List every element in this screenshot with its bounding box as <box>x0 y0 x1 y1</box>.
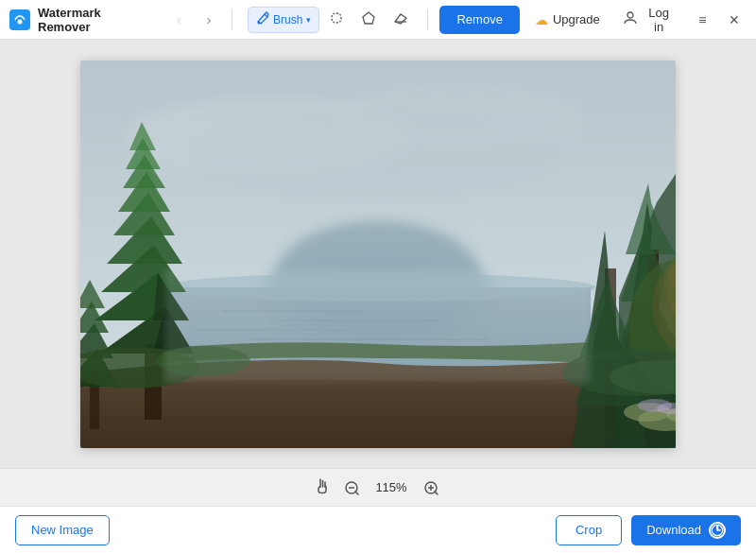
download-label: Download <box>646 523 701 537</box>
svg-point-2 <box>258 22 261 25</box>
image-container[interactable] <box>80 60 676 448</box>
bottom-right-actions: Crop Download <box>556 515 741 545</box>
polygon-icon <box>361 10 376 28</box>
bottom-bar: New Image Crop Download <box>0 506 756 553</box>
hand-tool-icon[interactable] <box>314 477 331 498</box>
svg-rect-54 <box>165 268 591 382</box>
brush-dropdown-icon: ▾ <box>306 15 311 25</box>
new-image-button[interactable]: New Image <box>15 515 110 545</box>
forward-button[interactable]: › <box>198 9 220 31</box>
crop-button[interactable]: Crop <box>556 515 622 545</box>
login-label: Log in <box>643 6 676 34</box>
login-button[interactable]: Log in <box>615 2 683 38</box>
polygon-tool-button[interactable] <box>353 7 384 33</box>
user-icon <box>623 10 638 29</box>
titlebar: Watermark Remover ‹ › Brush ▾ <box>0 0 756 40</box>
brush-label: Brush <box>273 13 302 26</box>
app-title-text: Watermark Remover <box>38 6 156 34</box>
back-button[interactable]: ‹ <box>167 9 190 31</box>
svg-point-4 <box>627 12 633 18</box>
erase-tool-button[interactable] <box>386 7 416 33</box>
zoom-bar: 115% <box>0 468 756 506</box>
svg-point-67 <box>712 525 722 535</box>
erase-icon <box>393 10 408 28</box>
close-button[interactable]: ✕ <box>722 8 747 32</box>
brush-tool-button[interactable]: Brush ▾ <box>248 7 319 33</box>
zoom-in-button[interactable] <box>420 476 442 499</box>
remove-button[interactable]: Remove <box>439 6 519 34</box>
app-logo <box>9 9 30 30</box>
toolbar-divider <box>232 9 232 30</box>
zoom-level-display: 115% <box>372 480 410 494</box>
lasso-icon <box>329 10 344 28</box>
landscape-image <box>80 60 676 448</box>
svg-point-1 <box>18 19 23 24</box>
lasso-tool-button[interactable] <box>321 7 352 33</box>
menu-button[interactable]: ≡ <box>691 8 715 32</box>
titlebar-right: ☁ Upgrade Log in ≡ ✕ <box>527 2 747 38</box>
brush-icon <box>256 11 269 27</box>
upgrade-label: Upgrade <box>553 12 600 26</box>
download-timer-icon <box>709 522 726 539</box>
svg-point-8 <box>184 108 562 202</box>
toolbar-divider-2 <box>427 9 428 30</box>
zoom-out-button[interactable] <box>340 476 363 499</box>
download-button[interactable]: Download <box>631 515 741 545</box>
upgrade-button[interactable]: ☁ Upgrade <box>527 9 608 31</box>
svg-line-66 <box>435 492 438 494</box>
svg-line-62 <box>355 492 358 494</box>
upgrade-icon: ☁ <box>535 12 548 27</box>
main-canvas-area <box>0 40 756 468</box>
tool-group: Brush ▾ <box>248 7 416 33</box>
